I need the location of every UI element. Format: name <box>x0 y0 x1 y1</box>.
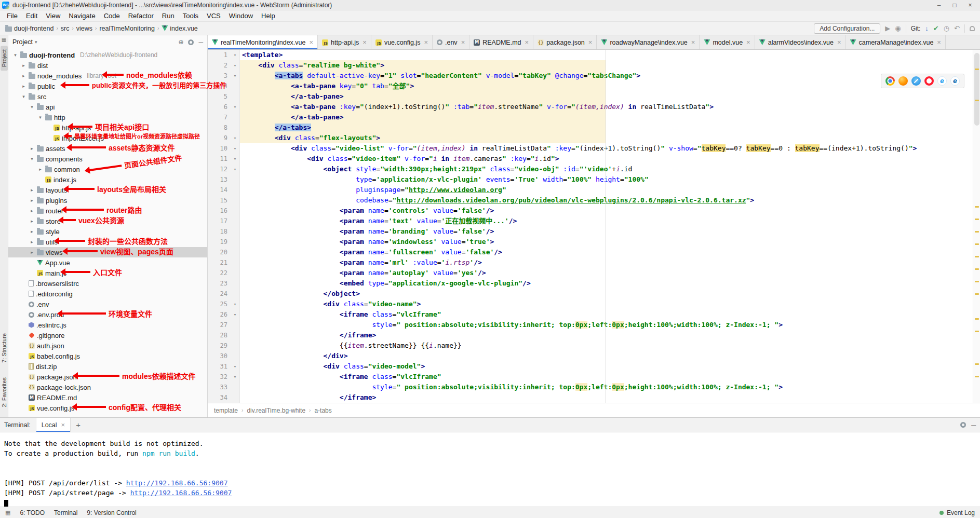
terminal-settings-gear-icon[interactable] <box>960 422 966 428</box>
error-stripe-mark[interactable] <box>975 100 979 101</box>
tree-item-auth-json[interactable]: auth.json <box>8 340 207 351</box>
tree-item-store[interactable]: ▸store <box>8 216 207 226</box>
tree-chevron-icon[interactable]: ▸ <box>21 63 26 68</box>
tool-button-favorites[interactable]: 2: Favorites <box>1 374 8 411</box>
breadcrumb-item-realtimemonitoring[interactable]: realTimeMonitoring <box>99 25 155 32</box>
tree-item-package-lock-json[interactable]: package-lock.json <box>8 382 207 392</box>
menu-tools[interactable]: Tools <box>179 11 202 21</box>
error-stripe-mark[interactable] <box>975 318 979 320</box>
git-update-icon[interactable]: ↓ <box>925 25 929 32</box>
debug-icon[interactable]: ◉ <box>895 25 901 32</box>
new-terminal-session-icon[interactable]: + <box>76 420 80 429</box>
terminal-tab-local[interactable]: Local × <box>36 418 71 432</box>
breadcrumb-item-duoji-frontend[interactable]: duoji-frontend <box>5 25 53 32</box>
tree-chevron-icon[interactable]: ▸ <box>29 229 35 234</box>
git-commit-icon[interactable]: ✔ <box>933 25 939 32</box>
fold-icon[interactable]: ▾ <box>231 299 240 309</box>
editor-tab-roadwaymanage-index-vue[interactable]: roadwayManage\index.vue× <box>597 35 700 49</box>
error-stripe-mark[interactable] <box>975 231 979 233</box>
statusbar-todo[interactable]: 6: TODO <box>20 509 45 516</box>
tree-item-common[interactable]: ▸common <box>8 164 207 174</box>
editor-tab-http-api-js[interactable]: http-api.js× <box>318 35 371 49</box>
browser-safari-icon[interactable] <box>911 76 921 86</box>
tree-item-app-vue[interactable]: App.vue <box>8 257 207 268</box>
chevron-down-icon[interactable]: ▾ <box>35 39 37 45</box>
menu-run[interactable]: Run <box>158 11 178 21</box>
tree-item-router[interactable]: ▸router <box>8 206 207 216</box>
statusbar-version-control[interactable]: 9: Version Control <box>87 509 136 516</box>
menu-vcs[interactable]: VCS <box>203 11 224 21</box>
close-icon[interactable]: × <box>61 421 65 429</box>
tree-item-http[interactable]: ▾http <box>8 112 207 122</box>
error-stripe-mark[interactable] <box>975 69 979 70</box>
editor-tab-readme-md[interactable]: README.md× <box>469 35 533 49</box>
tree-item-importexcel-js[interactable]: importExcel.js <box>8 133 207 143</box>
tree-item-api[interactable]: ▾api <box>8 102 207 112</box>
error-stripe-mark[interactable] <box>975 268 979 270</box>
tree-item-assets[interactable]: ▸assets <box>8 143 207 154</box>
tree-item-env[interactable]: .env <box>8 299 207 309</box>
close-tab-icon[interactable]: × <box>746 38 750 46</box>
tree-item-duoji-frontend[interactable]: ▾duoji-frontendD:\zheheWeb\duoji-fronten… <box>8 50 207 60</box>
gear-icon[interactable] <box>188 39 194 45</box>
fold-icon[interactable]: ▾ <box>231 309 240 320</box>
tree-chevron-icon[interactable]: ▸ <box>21 73 26 78</box>
editor-tab-cameramanage-index-vue[interactable]: cameraManage\index.vue× <box>846 35 946 49</box>
menu-code[interactable]: Code <box>100 11 124 21</box>
close-tab-icon[interactable]: × <box>837 38 841 46</box>
hide-panel-icon[interactable]: ─ <box>198 38 203 46</box>
code-editor[interactable]: 1▾<template>2▾ <div class="realTime bg-w… <box>208 50 980 403</box>
editor-breadcrumb-div-realtime-bg-white[interactable]: div.realTime.bg-white <box>247 407 305 414</box>
tree-item-src[interactable]: ▾src <box>8 91 207 102</box>
tree-chevron-icon[interactable]: ▸ <box>29 198 35 203</box>
tool-button-project[interactable]: Project <box>1 46 8 71</box>
close-tab-icon[interactable]: × <box>525 38 529 46</box>
error-stripe-mark[interactable] <box>975 363 979 365</box>
tree-chevron-icon[interactable]: ▸ <box>29 187 35 193</box>
tree-item-style[interactable]: ▸style <box>8 226 207 237</box>
breadcrumb-item-index-vue[interactable]: index.vue <box>162 25 198 32</box>
error-stripe-mark[interactable] <box>975 293 979 295</box>
fold-icon[interactable]: ▾ <box>231 60 240 71</box>
tree-chevron-icon[interactable]: ▸ <box>21 84 26 89</box>
statusbar-terminal[interactable]: Terminal <box>54 509 77 516</box>
editor-breadcrumb-template[interactable]: template <box>214 407 238 414</box>
scrollbar-thumb[interactable] <box>974 53 979 126</box>
browser-firefox-icon[interactable] <box>898 76 908 86</box>
fold-icon[interactable]: ▾ <box>231 164 240 174</box>
tree-item-gitignore[interactable]: .gitignore <box>8 330 207 340</box>
locate-file-icon[interactable]: ⊕ <box>178 38 183 46</box>
editor-breadcrumb-a-tabs[interactable]: a-tabs <box>314 407 331 414</box>
editor-tab-vue-config-js[interactable]: vue.config.js× <box>371 35 433 49</box>
browser-ie-icon[interactable] <box>937 76 947 86</box>
tree-item-index-js[interactable]: index.js <box>8 174 207 185</box>
error-stripe-mark[interactable] <box>975 281 979 282</box>
tree-chevron-icon[interactable]: ▸ <box>29 250 35 255</box>
tree-chevron-icon[interactable]: ▾ <box>21 94 26 99</box>
tree-item-public[interactable]: ▸public <box>8 81 207 91</box>
fold-icon[interactable]: ▾ <box>231 71 240 81</box>
fold-icon[interactable]: ▾ <box>231 361 240 372</box>
tool-windows-toggle-icon[interactable]: ▦ <box>5 509 10 516</box>
fold-icon[interactable]: ▾ <box>231 102 240 112</box>
browser-opera-icon[interactable] <box>924 76 934 86</box>
tree-item-package-json[interactable]: package.json <box>8 372 207 382</box>
tree-item-utils[interactable]: ▸utils <box>8 237 207 247</box>
tree-item-main-js[interactable]: main.js <box>8 268 207 278</box>
close-tab-icon[interactable]: × <box>363 38 367 46</box>
close-tab-icon[interactable]: × <box>588 38 593 46</box>
menu-refactor[interactable]: Refactor <box>125 11 157 21</box>
tree-item-plugins[interactable]: ▸plugins <box>8 195 207 206</box>
browser-chrome-icon[interactable] <box>885 76 895 86</box>
close-button[interactable]: × <box>962 2 978 9</box>
tree-chevron-icon[interactable]: ▾ <box>12 52 18 58</box>
tree-chevron-icon[interactable]: ▾ <box>29 156 35 161</box>
tree-chevron-icon[interactable]: ▸ <box>29 208 35 213</box>
tree-item-vue-config-js[interactable]: vue.config.js <box>8 403 207 413</box>
menu-help[interactable]: Help <box>258 11 279 21</box>
breadcrumb-item-views[interactable]: views <box>76 25 92 32</box>
menu-navigate[interactable]: Navigate <box>65 11 99 21</box>
menu-window[interactable]: Window <box>225 11 257 21</box>
fold-icon[interactable]: ▾ <box>231 143 240 154</box>
close-tab-icon[interactable]: × <box>937 38 941 46</box>
